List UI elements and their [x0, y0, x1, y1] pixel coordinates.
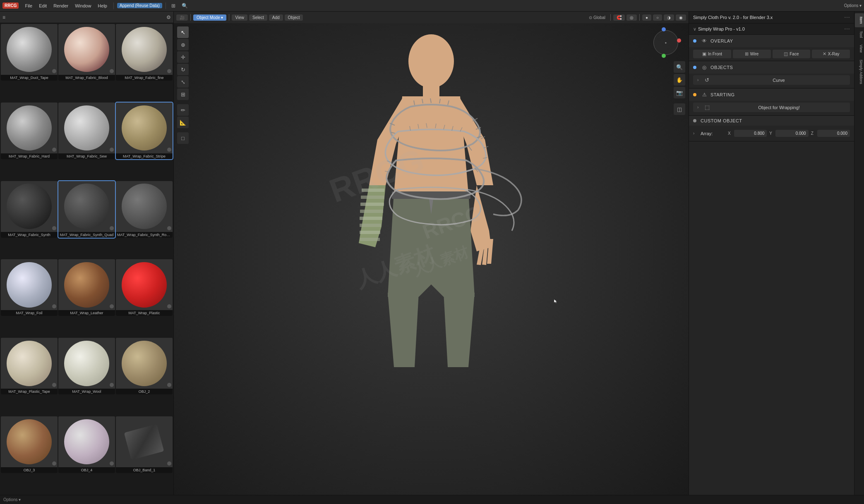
objects-content: › ↺ Curve	[689, 74, 854, 88]
add-cube-tool[interactable]: □	[177, 132, 189, 144]
objects-section-header[interactable]: ◎ OBJECTS	[689, 61, 854, 74]
shading-solid[interactable]: ●	[642, 14, 651, 21]
array-label: Array:	[701, 131, 725, 136]
menu-help[interactable]: Help	[95, 2, 110, 9]
menu-file[interactable]: File	[22, 2, 35, 9]
objects-title: OBJECTS	[710, 65, 733, 70]
z-value[interactable]: 0.000	[817, 130, 850, 137]
material-item-10[interactable]: MAT_Wrap_Leather	[58, 259, 115, 316]
in-front-btn[interactable]: ▣ In Front	[693, 50, 731, 58]
material-item-3[interactable]: MAT_Wrap_Fabric_Hard	[1, 103, 58, 159]
material-label-14: OBJ_2	[116, 389, 173, 394]
y-value[interactable]: 0.000	[775, 130, 808, 137]
search-icon[interactable]: 🔍	[181, 2, 189, 10]
x-value[interactable]: 0.800	[734, 130, 767, 137]
left-panel: ≡ ⚙ MAT_Wrap_Duct_TapeMAT_Wrap_Fabric_Bl…	[0, 12, 174, 495]
material-item-1[interactable]: MAT_Wrap_Fabric_Blood	[58, 24, 115, 81]
custom-obj-dot	[693, 119, 696, 122]
wire-btn[interactable]: ⊞ Wire	[733, 50, 771, 58]
plugin-menu-dots[interactable]: ⋯	[844, 14, 850, 21]
object-menu[interactable]: Object	[285, 14, 303, 21]
svg-rect-27	[362, 189, 384, 192]
viewport[interactable]: 🎥 Object Mode ▾ View Select Add Object ⊙…	[174, 12, 689, 495]
svg-point-0	[408, 34, 454, 88]
nav-x-axis[interactable]	[677, 38, 681, 43]
editor-type-btn[interactable]: 🎥	[176, 14, 188, 21]
xray-label: X-Ray	[828, 52, 840, 56]
nav-z-axis[interactable]	[662, 27, 666, 31]
material-label-4: MAT_Wrap_Fabric_Sew	[58, 153, 115, 159]
material-item-17[interactable]: OBJ_Band_1	[116, 416, 173, 473]
shading-render[interactable]: ◑	[664, 14, 674, 21]
tab-simply-addons[interactable]: Simply Addons	[855, 56, 864, 88]
in-front-icon: ▣	[702, 51, 706, 57]
nav-gizmo[interactable]: ●	[651, 28, 680, 57]
material-item-14[interactable]: OBJ_2	[116, 338, 173, 394]
cursor-tool[interactable]: ⊕	[177, 39, 189, 50]
menu-edit[interactable]: Edit	[36, 2, 50, 9]
xray-btn[interactable]: ✕ X-Ray	[812, 50, 850, 58]
status-options[interactable]: Options ▾	[3, 497, 21, 502]
object-mode-btn[interactable]: Object Mode ▾	[193, 14, 226, 21]
material-item-11[interactable]: MAT_Wrap_Plastic	[116, 259, 173, 316]
ball-sphere-5	[122, 105, 167, 151]
material-item-6[interactable]: MAT_Wrap_Fabric_Synth	[1, 181, 58, 238]
move-tool[interactable]: ✛	[177, 51, 189, 63]
material-item-5[interactable]: MAT_Wrap_Fabric_Stripe	[116, 103, 173, 159]
material-label-11: MAT_Wrap_Plastic	[116, 310, 173, 316]
nav-y-axis[interactable]	[662, 54, 666, 58]
overlay-section-header[interactable]: 👁 OVERLAY	[689, 35, 854, 47]
grid-icon[interactable]: ⊞	[169, 2, 178, 10]
custom-obj-header[interactable]: CUSTOM OBJECT	[689, 116, 854, 126]
proportional-btn[interactable]: ◎	[626, 14, 637, 21]
material-item-7[interactable]: MAT_Wrap_Fabric_Synth_Quad	[58, 181, 115, 238]
camera-tool[interactable]: 📷	[674, 87, 685, 98]
select-menu[interactable]: Select	[249, 14, 267, 21]
material-item-2[interactable]: MAT_Wrap_Fabric_fine	[116, 24, 173, 81]
tab-item[interactable]: Item	[855, 13, 864, 27]
scale-tool[interactable]: ⤡	[177, 76, 189, 88]
starting-section-header[interactable]: ⚠ STARTING	[689, 88, 854, 101]
view-menu[interactable]: View	[232, 14, 247, 21]
wrap-menu-dots[interactable]: ⋯	[844, 26, 850, 32]
annotate-tool[interactable]: ✏	[177, 104, 189, 116]
material-item-0[interactable]: MAT_Wrap_Duct_Tape	[1, 24, 58, 81]
material-item-4[interactable]: MAT_Wrap_Fabric_Sew	[58, 103, 115, 159]
filter-icon[interactable]: ⚙	[166, 14, 171, 20]
curve-row[interactable]: › ↺ Curve	[693, 75, 850, 85]
scene-toggle[interactable]: ◫	[674, 103, 685, 115]
wire-icon: ⊞	[745, 51, 749, 57]
measure-tool[interactable]: 📐	[177, 117, 189, 128]
pan-tool[interactable]: ✋	[674, 74, 685, 86]
ball-sphere-7	[64, 184, 110, 229]
rotate-tool[interactable]: ↻	[177, 64, 189, 75]
material-item-15[interactable]: OBJ_3	[1, 416, 58, 473]
mode-badge[interactable]: Append (Reuse Data)	[117, 3, 162, 8]
zoom-in-tool[interactable]: 🔍	[674, 61, 685, 73]
add-menu[interactable]: Add	[269, 14, 283, 21]
material-item-13[interactable]: MAT_Wrap_Wool	[58, 338, 115, 394]
wrap-object-row[interactable]: › ⬚ Object for Wrapping!	[693, 103, 850, 112]
material-corner-dot-8	[167, 226, 171, 230]
face-icon: ◫	[784, 51, 788, 57]
face-btn[interactable]: ◫ Face	[773, 50, 811, 58]
material-corner-dot-6	[52, 226, 56, 230]
wrap-expand-icon[interactable]: ∨	[693, 26, 696, 32]
menu-render[interactable]: Render	[50, 2, 71, 9]
menu-window[interactable]: Window	[72, 2, 94, 9]
snap-btn[interactable]: 🧲	[613, 14, 625, 21]
select-tool[interactable]: ↖	[177, 26, 189, 38]
material-item-12[interactable]: MAT_Wrap_Plastic_Tape	[1, 338, 58, 394]
material-label-5: MAT_Wrap_Fabric_Stripe	[116, 153, 173, 159]
material-item-8[interactable]: MAT_Wrap_Fabric_Synth_Round	[116, 181, 173, 238]
tab-view[interactable]: View	[855, 41, 864, 56]
transform-tool[interactable]: ⊞	[177, 88, 189, 100]
material-item-16[interactable]: OBJ_4	[58, 416, 115, 473]
global-label: ⊙ Global	[586, 14, 608, 21]
shading-wire[interactable]: ○	[653, 14, 662, 21]
left-tools: ↖ ⊕ ✛ ↻ ⤡ ⊞ ✏ 📐 □	[177, 26, 189, 144]
material-item-9[interactable]: MAT_Wrap_Foil	[1, 259, 58, 316]
options-label[interactable]: Options ▾	[844, 3, 862, 8]
tab-tool[interactable]: Tool	[855, 28, 864, 41]
shading-lookdev[interactable]: ◉	[676, 14, 686, 21]
